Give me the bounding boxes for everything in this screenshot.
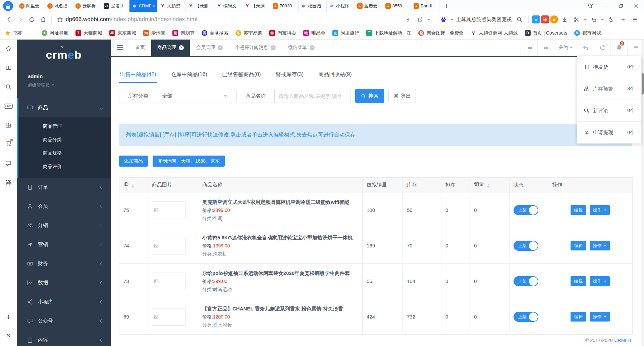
browser-tab[interactable]: Y 大鹏资 ×	[158, 0, 186, 12]
edit-button[interactable]: 编辑	[571, 312, 586, 322]
scrollbar-thumb[interactable]	[642, 73, 644, 95]
stock-cell[interactable]: 104	[403, 264, 441, 299]
bookmark-item[interactable]: 工 下载地址解析 - 在	[366, 30, 411, 36]
minimize-button[interactable]	[598, 0, 613, 12]
chat-bubble-icon[interactable]	[0, 157, 17, 170]
sidebar-item-goods-category[interactable]: 商品分类	[18, 133, 111, 146]
search-sidebar-icon[interactable]	[0, 80, 17, 93]
new-tab-button[interactable]: +	[439, 0, 453, 12]
virtual-sales-cell[interactable]: 56	[363, 264, 403, 299]
sort-icon[interactable]	[131, 183, 134, 189]
copy-goods-button[interactable]: 复制淘宝、天猫、1688、京东	[153, 156, 225, 167]
column-header[interactable]: 销量	[470, 178, 509, 192]
goods-status-tab[interactable]: 仓库中商品(16)	[170, 66, 208, 83]
bookmark-item[interactable]: 聚 聚合图床 - 免费全	[418, 30, 463, 36]
status-toggle[interactable]: 上架	[514, 241, 538, 251]
scroll-tabs-right-icon[interactable]: ▶▶	[537, 40, 554, 56]
bookmark-item[interactable]: D 首页 | Cosersets	[525, 30, 567, 36]
goods-id[interactable]: 74	[119, 228, 148, 264]
sidebar-item-content[interactable]: 内容	[18, 331, 111, 346]
stock-cell[interactable]: 732	[403, 299, 441, 335]
sidebar-item-distribution[interactable]: 分销	[18, 216, 111, 235]
collapse-strip-icon[interactable]	[0, 329, 17, 342]
sort-cell[interactable]: 0	[441, 264, 470, 299]
bookmark-item[interactable]: 去 阿里旅行	[332, 30, 359, 36]
more-actions-button[interactable]: 操作	[590, 276, 610, 286]
column-header[interactable]: 操作	[548, 178, 633, 192]
scroll-tabs-left-icon[interactable]: ◀◀	[521, 40, 537, 56]
more-actions-button[interactable]: 操作	[590, 312, 610, 322]
add-panel-icon[interactable]: +	[0, 311, 17, 324]
sidebar-item-members[interactable]: 会员	[18, 197, 111, 216]
tab-close-icon[interactable]: ✕	[218, 45, 223, 50]
chevron-down-icon[interactable]	[450, 19, 453, 22]
forward-icon[interactable]	[15, 14, 26, 25]
browser-tab[interactable]: ⊕ CRME ×	[129, 0, 158, 12]
chevron-down-icon[interactable]	[601, 19, 604, 22]
user-role-dropdown[interactable]: 超级管理员	[28, 82, 111, 88]
emoji-face-icon[interactable]: ☻	[550, 15, 558, 23]
sidebar-item-orders[interactable]: 订单	[18, 178, 111, 197]
browser-tab[interactable]: ▲ 蓝奏云 ×	[355, 0, 383, 12]
notice-new-comments[interactable]: 新评论 0个	[577, 100, 641, 122]
crmeb-link[interactable]: CRMEB	[614, 338, 631, 343]
column-header[interactable]: 排序	[441, 178, 470, 192]
search-button[interactable]: 搜索	[355, 89, 384, 103]
home-icon[interactable]	[38, 14, 49, 25]
page-scrollbar[interactable]	[641, 40, 644, 346]
browser-tab[interactable]: Y 编辑文 ×	[214, 0, 242, 12]
sidebar-item-miniprogram[interactable]: 小程序	[18, 292, 111, 311]
bookmarks-home[interactable]: 书签	[5, 30, 22, 36]
edit-button[interactable]: 编辑	[571, 276, 586, 286]
hot-search-text[interactable]: 土耳其总统感染奥密克戎	[456, 16, 512, 23]
menu-icon[interactable]	[630, 14, 641, 25]
add-goods-button[interactable]: 添加商品	[119, 156, 148, 167]
notice-pending-delivery[interactable]: 待发货 0个	[577, 56, 641, 78]
sort-cell[interactable]: 0	[441, 192, 470, 228]
admin-nav-tab[interactable]: 小程序订阅消息 ✕	[229, 40, 282, 56]
back-icon[interactable]	[3, 14, 14, 25]
bookmark-item[interactable]: 苏 苏宁易购	[235, 30, 262, 36]
bookmark-item[interactable]: 百 百度搜索	[202, 30, 228, 36]
goods-name[interactable]: 【官方正品】CHANEL 香奈儿邂逅系列香水 粉色柔情 持久淡香	[202, 305, 358, 312]
notice-withdrawal-request[interactable]: ¥ 申请提现 0个	[577, 122, 641, 143]
browser-tab[interactable]: ⊕ 校园跑 ×	[299, 0, 327, 12]
share-icon[interactable]	[415, 14, 426, 25]
more-actions-button[interactable]: 操作	[590, 241, 610, 250]
browser-tab[interactable]: ▲ 70930 ×	[270, 0, 299, 12]
browser-logo-icon[interactable]	[0, 0, 17, 12]
browser-tab[interactable]: ▲ Bandi ×	[411, 0, 439, 12]
browser-tab[interactable]: BT 宝塔Li ×	[101, 0, 129, 12]
baidu-search-engine-icon[interactable]	[438, 14, 449, 25]
translate-sidebar-icon[interactable]: 译	[0, 176, 17, 189]
close-tabs-dropdown[interactable]: 关闭	[554, 40, 577, 56]
restore-button[interactable]	[613, 0, 629, 12]
search-icon[interactable]	[514, 14, 525, 25]
download-icon[interactable]	[559, 14, 570, 25]
virtual-sales-cell[interactable]: 169	[363, 228, 403, 264]
tab-close-icon[interactable]: ✕	[179, 45, 184, 50]
reading-book-icon[interactable]	[0, 61, 17, 74]
admin-nav-tab[interactable]: 商品管理 ✕	[151, 40, 190, 56]
reload-icon[interactable]	[26, 14, 37, 25]
sidebar-item-goods[interactable]: 商品	[18, 98, 111, 117]
bookmark-item[interactable]: 聚 聚划算	[172, 30, 195, 36]
browser-tab[interactable]: (-) 云解析 ×	[73, 0, 101, 12]
browser-tab[interactable]: Y 【亲测 ×	[242, 0, 270, 12]
lightning-icon[interactable]	[402, 14, 414, 25]
sidebar-item-goods-review[interactable]: 商品评价	[18, 160, 111, 173]
sync-infinity-icon[interactable]: ∞	[532, 15, 540, 23]
shopping-cart-icon[interactable]	[0, 137, 17, 150]
category-select[interactable]: 全部	[157, 89, 232, 103]
browser-tab[interactable]: Y 【亲测 ×	[186, 0, 214, 12]
sidebar-item-official-account[interactable]: 公众号	[18, 311, 111, 331]
undo-icon[interactable]	[588, 14, 599, 25]
goods-name[interactable]: 尔给polo衫短袖日系运动休闲套装女2020年夏宽松韩版学生两件套	[202, 270, 358, 277]
sidebar-item-goods-manage[interactable]: 商品管理	[18, 119, 111, 133]
goods-id[interactable]: 73	[119, 264, 148, 299]
goods-status-tab[interactable]: 出售中商品(42)	[119, 66, 157, 83]
chevron-down-icon[interactable]	[427, 19, 430, 22]
admin-nav-tab[interactable]: 微信菜单 ✕	[282, 40, 321, 56]
column-header[interactable]: 状态	[509, 178, 548, 192]
browser-tab[interactable]: (-) 阿里云 ×	[17, 0, 45, 12]
